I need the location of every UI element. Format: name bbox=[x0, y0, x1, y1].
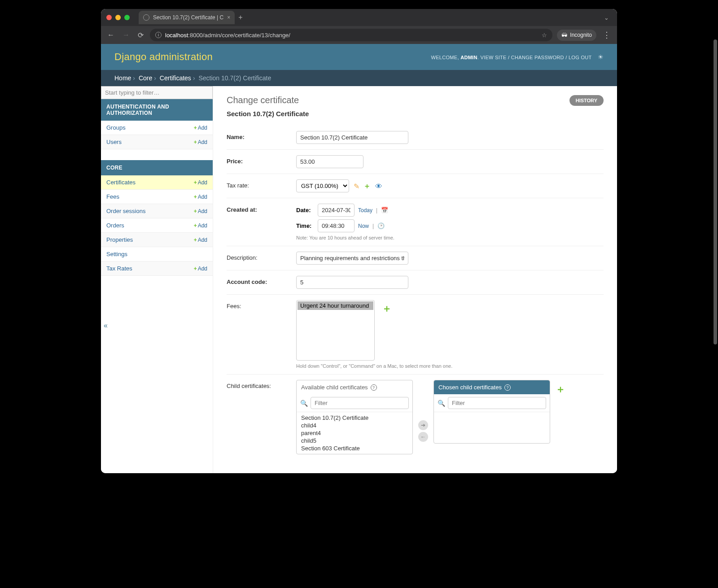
history-button[interactable]: HISTORY bbox=[569, 95, 604, 106]
chosen-header: Chosen child certificates ? bbox=[434, 380, 550, 394]
tab-overflow-icon[interactable]: ⌄ bbox=[601, 13, 612, 22]
fees-help-text: Hold down "Control", or "Command" on a M… bbox=[296, 363, 604, 369]
view-site-link[interactable]: VIEW SITE bbox=[480, 55, 506, 60]
chosen-box: Chosen child certificates ? 🔍 bbox=[433, 380, 550, 444]
search-icon: 🔍 bbox=[438, 400, 445, 407]
sidebar-filter-input[interactable] bbox=[101, 86, 213, 99]
sidebar-item-tax-rates[interactable]: Tax Rates +Add bbox=[101, 261, 213, 276]
sidebar-item-users[interactable]: Users +Add bbox=[101, 135, 213, 149]
add-link[interactable]: +Add bbox=[194, 266, 207, 272]
label-created-at: Created at: bbox=[227, 204, 296, 213]
help-icon[interactable]: ? bbox=[504, 384, 511, 391]
plus-icon: + bbox=[194, 208, 197, 214]
breadcrumb-current: Section 10.7(2) Certificate bbox=[198, 74, 271, 82]
breadcrumb-model[interactable]: Certificates bbox=[160, 74, 191, 82]
sidebar-item-order-sessions[interactable]: Order sessions +Add bbox=[101, 204, 213, 218]
available-box: Available child certificates ? 🔍 Section… bbox=[296, 380, 413, 454]
breadcrumb-app[interactable]: Core bbox=[139, 74, 152, 82]
add-child-cert-icon[interactable]: ＋ bbox=[556, 383, 565, 396]
label-child-certs: Child certificates: bbox=[227, 380, 296, 389]
available-list[interactable]: Section 10.7(2) Certificate child4 paren… bbox=[297, 412, 412, 454]
sidebar: AUTHENTICATION AND AUTHORIZATION Groups … bbox=[101, 86, 213, 473]
price-input[interactable] bbox=[296, 155, 363, 168]
sidebar-item-certificates[interactable]: Certificates +Add bbox=[101, 175, 213, 190]
list-item[interactable]: child4 bbox=[301, 422, 408, 429]
account-code-input[interactable] bbox=[296, 276, 408, 289]
chosen-list[interactable] bbox=[434, 412, 550, 443]
browser-tab[interactable]: Section 10.7(2) Certificate | C × bbox=[139, 11, 235, 24]
nav-back[interactable]: ← bbox=[105, 29, 116, 41]
move-right-icon[interactable]: ➔ bbox=[418, 420, 428, 430]
add-link[interactable]: +Add bbox=[194, 237, 207, 243]
tab-title: Section 10.7(2) Certificate | C bbox=[153, 14, 223, 21]
add-related-icon[interactable]: ＋ bbox=[363, 182, 371, 191]
available-filter-input[interactable] bbox=[311, 397, 409, 409]
sidebar-item-settings[interactable]: Settings bbox=[101, 247, 213, 261]
globe-icon bbox=[143, 14, 149, 21]
clock-icon[interactable]: 🕑 bbox=[377, 222, 385, 229]
breadcrumbs: Home› Core› Certificates› Section 10.7(2… bbox=[101, 70, 617, 86]
calendar-icon[interactable]: 📅 bbox=[381, 207, 388, 213]
name-input[interactable] bbox=[296, 131, 408, 144]
incognito-badge[interactable]: 🕶 Incognito bbox=[557, 30, 596, 41]
bookmark-icon[interactable]: ☆ bbox=[542, 32, 547, 39]
main-content: HISTORY Change certificate Section 10.7(… bbox=[213, 86, 617, 473]
move-left-icon[interactable]: ← bbox=[418, 432, 428, 442]
breadcrumb-home[interactable]: Home bbox=[114, 74, 131, 82]
browser-menu-icon[interactable]: ⋮ bbox=[601, 30, 613, 40]
view-related-icon[interactable]: 👁 bbox=[375, 183, 382, 191]
site-info-icon[interactable]: i bbox=[155, 32, 162, 38]
sidebar-section-core: CORE bbox=[101, 160, 213, 175]
label-date: Date: bbox=[296, 207, 314, 213]
change-password-link[interactable]: CHANGE PASSWORD bbox=[511, 55, 564, 60]
list-item[interactable]: Section 603 Certificate bbox=[301, 444, 408, 452]
url-text: localhost:8000/admin/core/certificate/13… bbox=[165, 32, 538, 39]
date-input[interactable] bbox=[318, 204, 355, 217]
sidebar-item-fees[interactable]: Fees +Add bbox=[101, 190, 213, 204]
site-title: Django administration bbox=[114, 51, 213, 63]
sidebar-collapse-icon[interactable]: « bbox=[104, 322, 108, 330]
search-icon: 🔍 bbox=[300, 400, 308, 407]
sidebar-item-groups[interactable]: Groups +Add bbox=[101, 121, 213, 135]
theme-toggle-icon[interactable]: ☀ bbox=[598, 53, 604, 61]
address-bar[interactable]: i localhost:8000/admin/core/certificate/… bbox=[150, 29, 552, 41]
today-link[interactable]: Today bbox=[358, 207, 372, 213]
window-minimize[interactable] bbox=[115, 15, 121, 20]
add-link[interactable]: +Add bbox=[194, 179, 207, 186]
add-fee-icon[interactable]: ＋ bbox=[382, 302, 392, 315]
browser-toolbar: ← → ⟳ i localhost:8000/admin/core/certif… bbox=[101, 26, 617, 44]
now-link[interactable]: Now bbox=[358, 223, 369, 229]
fee-option[interactable]: Urgent 24 hour turnaround bbox=[298, 301, 373, 310]
logout-link[interactable]: LOG OUT bbox=[569, 55, 591, 60]
new-tab-button[interactable]: + bbox=[238, 13, 242, 22]
plus-icon: + bbox=[194, 179, 197, 186]
add-link[interactable]: +Add bbox=[194, 208, 207, 214]
nav-reload[interactable]: ⟳ bbox=[136, 29, 145, 41]
list-item[interactable]: child5 bbox=[301, 437, 408, 444]
sidebar-item-orders[interactable]: Orders +Add bbox=[101, 218, 213, 233]
tax-rate-select[interactable]: GST (10.00%) bbox=[296, 179, 349, 192]
list-item[interactable]: Section 10.7(2) Certificate bbox=[301, 414, 408, 422]
label-time: Time: bbox=[296, 222, 314, 229]
chosen-filter-input[interactable] bbox=[448, 397, 546, 409]
time-input[interactable] bbox=[318, 219, 355, 232]
plus-icon: + bbox=[194, 237, 197, 243]
description-input[interactable] bbox=[296, 252, 408, 265]
add-link[interactable]: +Add bbox=[194, 139, 207, 145]
help-icon[interactable]: ? bbox=[371, 384, 377, 391]
tab-close-icon[interactable]: × bbox=[227, 14, 230, 21]
label-price: Price: bbox=[227, 155, 296, 165]
plus-icon: + bbox=[194, 266, 197, 272]
list-item[interactable]: parent4 bbox=[301, 429, 408, 437]
nav-forward[interactable]: → bbox=[121, 29, 131, 41]
add-link[interactable]: +Add bbox=[194, 125, 207, 131]
window-zoom[interactable] bbox=[124, 15, 130, 20]
django-header: Django administration WELCOME, ADMIN. VI… bbox=[101, 44, 617, 70]
add-link[interactable]: +Add bbox=[194, 194, 207, 200]
plus-icon: + bbox=[194, 194, 197, 200]
add-link[interactable]: +Add bbox=[194, 222, 207, 229]
window-close[interactable] bbox=[106, 15, 112, 20]
sidebar-item-properties[interactable]: Properties +Add bbox=[101, 233, 213, 247]
fees-multiselect[interactable]: Urgent 24 hour turnaround bbox=[296, 300, 375, 361]
edit-related-icon[interactable]: ✎ bbox=[354, 182, 359, 191]
